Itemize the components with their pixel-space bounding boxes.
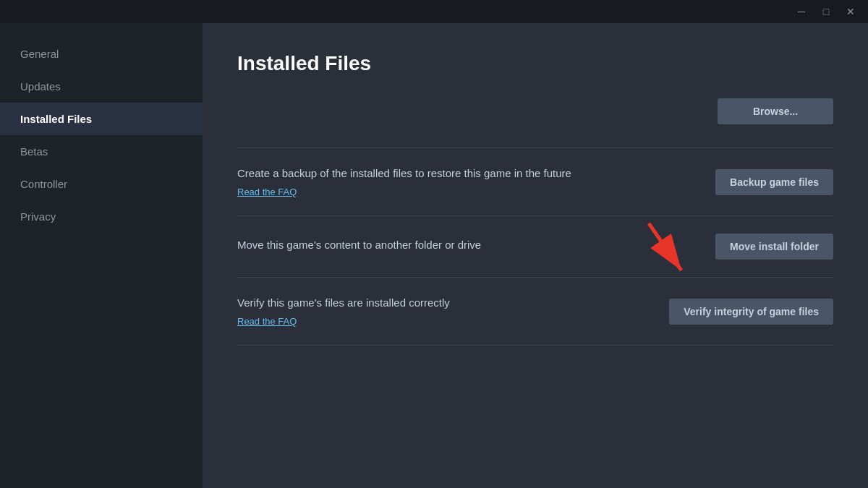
verify-button[interactable]: Verify integrity of game files	[669, 299, 833, 325]
maximize-button[interactable]: □	[814, 4, 838, 19]
title-bar: ─ □ ✕	[0, 0, 868, 23]
sidebar-item-installed-files[interactable]: Installed Files	[0, 103, 203, 135]
close-button[interactable]: ✕	[839, 4, 862, 19]
verify-section: Verify this game's files are installed c…	[237, 277, 833, 346]
sidebar-item-updates[interactable]: Updates	[0, 70, 203, 103]
main-layout: General Updates Installed Files Betas Co…	[0, 23, 868, 488]
move-button[interactable]: Move install folder	[715, 234, 833, 260]
sidebar-item-controller[interactable]: Controller	[0, 168, 203, 200]
move-section: Move this game's content to another fold…	[237, 215, 833, 277]
backup-section: Create a backup of the installed files t…	[237, 147, 833, 215]
backup-text: Create a backup of the installed files t…	[237, 166, 715, 198]
content-area: Installed Files Browse... Create a backu…	[203, 23, 868, 488]
backup-faq-link[interactable]: Read the FAQ	[237, 187, 297, 197]
sidebar-item-betas[interactable]: Betas	[0, 135, 203, 168]
page-title: Installed Files	[237, 52, 833, 75]
browse-row: Browse...	[237, 98, 833, 124]
sidebar-item-privacy[interactable]: Privacy	[0, 200, 203, 233]
browse-button[interactable]: Browse...	[718, 98, 833, 124]
sidebar: General Updates Installed Files Betas Co…	[0, 23, 203, 488]
verify-faq-link[interactable]: Read the FAQ	[237, 316, 297, 327]
window-controls: ─ □ ✕	[790, 4, 862, 19]
move-description: Move this game's content to another fold…	[237, 237, 692, 252]
verify-text: Verify this game's files are installed c…	[237, 295, 669, 328]
backup-description: Create a backup of the installed files t…	[237, 166, 692, 181]
minimize-button[interactable]: ─	[790, 4, 813, 19]
sidebar-item-general[interactable]: General	[0, 38, 203, 70]
backup-button[interactable]: Backup game files	[715, 169, 833, 195]
verify-description: Verify this game's files are installed c…	[237, 295, 646, 310]
move-text: Move this game's content to another fold…	[237, 237, 715, 257]
